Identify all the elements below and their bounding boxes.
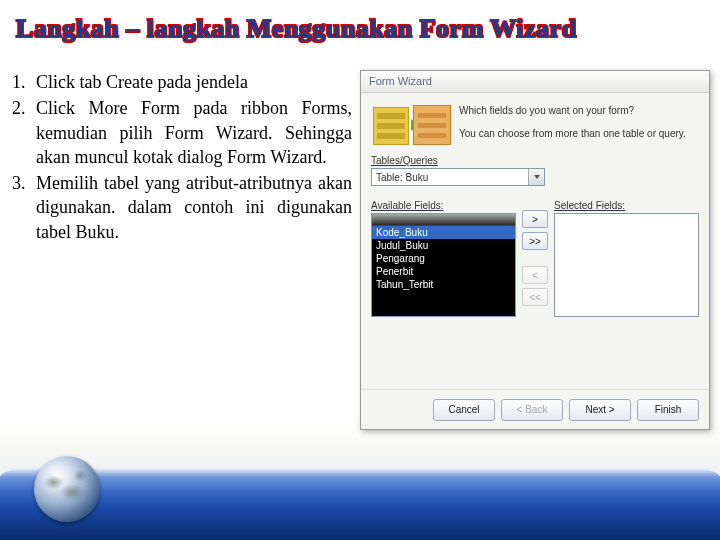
step-list: 1.Click tab Create pada jendela 2.Click … (12, 70, 352, 244)
transfer-buttons: > >> < << (522, 196, 548, 317)
available-fields-label: Available Fields: (371, 200, 516, 211)
dialog-body: Which fields do you want on your form? Y… (361, 93, 709, 389)
back-button[interactable]: < Back (501, 399, 563, 421)
form-wizard-dialog: Form Wizard Which fields do you want on … (360, 70, 710, 430)
remove-button[interactable]: < (522, 266, 548, 284)
globe-icon (34, 456, 100, 522)
tables-queries-label: Tables/Queries (371, 155, 699, 166)
prompt-line-1: Which fields do you want on your form? (459, 103, 699, 118)
tables-queries-combo[interactable]: Table: Buku (371, 168, 545, 186)
available-column: Available Fields: Kode_Buku Judul_Buku P… (371, 196, 516, 317)
instruction-content: 1.Click tab Create pada jendela 2.Click … (12, 70, 352, 246)
add-all-button[interactable]: >> (522, 232, 548, 250)
dialog-banner: Which fields do you want on your form? Y… (371, 101, 699, 147)
list-item[interactable]: Tahun_Terbit (372, 278, 515, 291)
footer-wave (0, 450, 720, 540)
page-title: Langkah – langkah Menggunakan Form Wizar… (16, 14, 577, 44)
selected-fields-label: Selected Fields: (554, 200, 699, 211)
slide: Langkah – langkah Menggunakan Form Wizar… (0, 0, 720, 540)
prompt-line-2: You can choose from more than one table … (459, 126, 699, 141)
dialog-footer: Cancel < Back Next > Finish (361, 389, 709, 429)
banner-text: Which fields do you want on your form? Y… (459, 101, 699, 147)
combo-value: Table: Buku (372, 172, 528, 183)
fields-row: Available Fields: Kode_Buku Judul_Buku P… (371, 196, 699, 317)
remove-all-button[interactable]: << (522, 288, 548, 306)
finish-button[interactable]: Finish (637, 399, 699, 421)
chevron-down-icon[interactable] (528, 169, 544, 185)
list-item[interactable]: Penerbit (372, 265, 515, 278)
wizard-icon (371, 101, 451, 147)
add-button[interactable]: > (522, 210, 548, 228)
dialog-titlebar: Form Wizard (361, 71, 709, 93)
selected-column: Selected Fields: (554, 196, 699, 317)
list-item[interactable]: Kode_Buku (372, 226, 515, 239)
cancel-button[interactable]: Cancel (433, 399, 495, 421)
available-fields-listbox[interactable]: Kode_Buku Judul_Buku Pengarang Penerbit … (371, 213, 516, 317)
list-item: 3.Memilih tabel yang atribut-atributnya … (12, 171, 352, 244)
next-button[interactable]: Next > (569, 399, 631, 421)
list-item[interactable]: Pengarang (372, 252, 515, 265)
list-item[interactable]: Judul_Buku (372, 239, 515, 252)
selected-fields-listbox[interactable] (554, 213, 699, 317)
list-item: 2.Click More Form pada ribbon Forms, kem… (12, 96, 352, 169)
list-item: 1.Click tab Create pada jendela (12, 70, 352, 94)
